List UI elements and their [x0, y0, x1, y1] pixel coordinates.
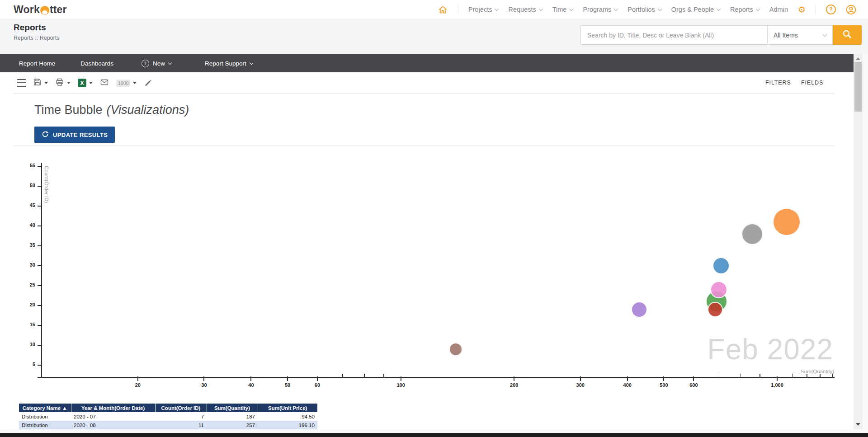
y-tick-label: 10 — [20, 342, 35, 347]
y-tick-mark — [38, 226, 41, 226]
scrollbar-up-arrow[interactable] — [856, 57, 860, 60]
x-minor-tick-mark — [342, 374, 343, 377]
x-minor-tick-mark — [793, 374, 793, 377]
y-tick-label: 30 — [20, 262, 35, 268]
x-axis-line — [41, 377, 835, 378]
y-tick-mark — [38, 245, 41, 246]
y-tick-label: 45 — [20, 202, 35, 208]
bubble-chart: 5101520253035404550552030405060100200300… — [0, 0, 868, 437]
x-tick-label: 20 — [122, 382, 154, 388]
y-tick-mark — [38, 186, 41, 187]
right-edge-strip — [863, 54, 868, 429]
column-header[interactable]: Category Name ▲ — [19, 404, 71, 412]
x-minor-tick-mark — [832, 374, 833, 377]
y-tick-mark — [38, 345, 41, 346]
y-tick-label: 15 — [20, 322, 35, 327]
x-minor-tick-mark — [820, 374, 821, 377]
y-tick-label: 20 — [20, 302, 35, 307]
y-axis-title: Count(Order ID) — [44, 166, 49, 203]
y-tick-label: 35 — [20, 242, 35, 248]
table-cell: 196.10 — [258, 421, 317, 429]
bubble-point-3[interactable] — [741, 223, 763, 245]
x-tick-mark — [693, 376, 694, 381]
x-tick-label: 400 — [612, 382, 643, 388]
x-tick-label: 600 — [678, 382, 709, 388]
results-table: Category Name ▲Year & Month(Order Date)C… — [19, 404, 317, 429]
x-minor-tick-mark — [383, 374, 384, 377]
column-header[interactable]: Year & Month(Order Date) — [71, 404, 155, 412]
x-minor-tick-mark — [807, 374, 807, 377]
x-tick-label: 1,000 — [761, 382, 793, 388]
bubble-point-5[interactable] — [712, 257, 730, 274]
scrollbar-down-arrow[interactable] — [856, 423, 860, 426]
x-tick-label: 500 — [648, 382, 679, 388]
x-tick-label: 200 — [498, 382, 530, 388]
y-tick-mark — [38, 377, 41, 378]
y-tick-mark — [38, 325, 41, 326]
table-row[interactable]: Distribution2020 - 0811257196.10 — [19, 421, 317, 429]
x-tick-mark — [514, 376, 514, 381]
x-tick-label: 50 — [272, 382, 303, 388]
x-tick-mark — [137, 376, 138, 381]
table-cell: Distribution — [19, 412, 71, 421]
x-tick-label: 30 — [188, 382, 220, 388]
y-tick-label: 50 — [20, 183, 35, 188]
table-row[interactable]: Distribution2020 - 07718794.50 — [19, 412, 317, 421]
x-tick-mark — [580, 376, 581, 381]
table-cell: 94.50 — [258, 412, 317, 421]
sort-asc-icon: ▲ — [61, 405, 67, 411]
bubble-point-2[interactable] — [631, 301, 647, 318]
x-minor-tick-mark — [364, 374, 365, 377]
scrollbar-thumb[interactable] — [854, 62, 862, 112]
x-tick-label: 40 — [235, 382, 267, 388]
x-tick-label: 300 — [565, 382, 596, 388]
x-minor-tick-mark — [760, 374, 760, 377]
x-tick-mark — [663, 376, 664, 381]
column-header[interactable]: Sum(Quantity) — [207, 404, 258, 412]
x-tick-mark — [250, 376, 251, 381]
column-header[interactable]: Sum(Unit Price) — [258, 404, 317, 412]
x-minor-tick-mark — [719, 374, 720, 377]
table-cell: 187 — [207, 412, 258, 421]
bubble-point-8[interactable] — [708, 302, 723, 317]
x-axis-title: Sum(Quantity) — [775, 369, 834, 374]
y-tick-label: 40 — [20, 222, 35, 228]
chart-watermark: Feb 2022 — [689, 333, 833, 366]
table-cell: 7 — [155, 412, 207, 421]
workotter-app: Worktter Projects Requests Time Programs… — [0, 0, 868, 437]
x-tick-label: 60 — [302, 382, 333, 388]
y-tick-label: 25 — [20, 282, 35, 287]
x-tick-mark — [203, 376, 204, 381]
x-tick-mark — [777, 376, 778, 381]
y-tick-mark — [38, 305, 41, 306]
bubble-point-1[interactable] — [449, 343, 462, 356]
bottom-light-strip — [0, 429, 868, 433]
x-tick-mark — [401, 376, 401, 381]
y-tick-label: 5 — [20, 362, 35, 367]
x-tick-mark — [287, 376, 288, 381]
y-tick-mark — [38, 365, 41, 366]
bubble-point-4[interactable] — [773, 208, 801, 236]
x-minor-tick-mark — [741, 374, 741, 377]
table-cell: Distribution — [19, 421, 71, 429]
y-tick-mark — [38, 285, 41, 286]
x-tick-label: 100 — [385, 382, 417, 388]
x-tick-mark — [627, 376, 628, 381]
bubble-point-7[interactable] — [710, 281, 727, 298]
table-cell: 257 — [207, 421, 258, 429]
table-cell: 2020 - 08 — [71, 421, 155, 429]
table-header-row: Category Name ▲Year & Month(Order Date)C… — [19, 404, 317, 412]
table-cell: 2020 - 07 — [71, 412, 155, 421]
y-tick-mark — [38, 206, 41, 207]
table-cell: 11 — [155, 421, 207, 429]
y-tick-mark — [38, 166, 41, 167]
y-tick-mark — [38, 265, 41, 266]
x-tick-mark — [317, 376, 318, 381]
y-tick-label: 55 — [20, 163, 35, 168]
y-axis-line — [41, 163, 42, 378]
bottom-edge-bar — [0, 433, 868, 437]
column-header[interactable]: Count(Order ID) — [155, 404, 207, 412]
